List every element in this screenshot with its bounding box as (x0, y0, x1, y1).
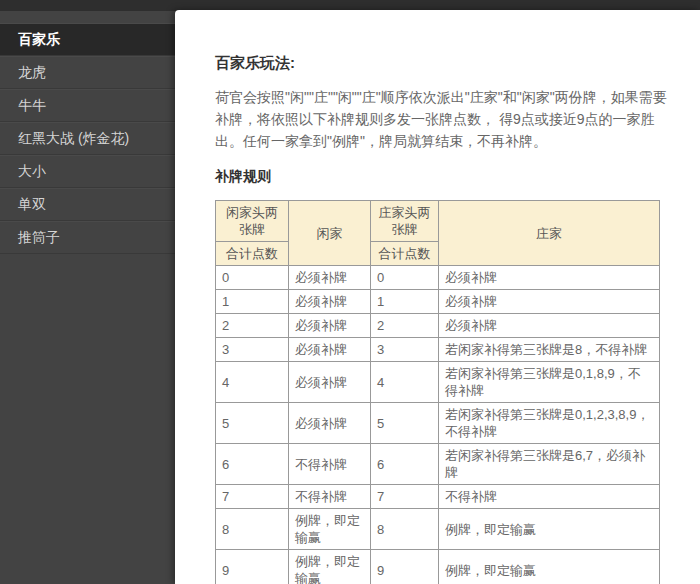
table-row: 5 必须补牌 5 若闲家补得第三张牌是0,1,2,3,8,9，不得补牌 (216, 403, 660, 444)
cell-banker-action: 例牌，即定输赢 (439, 550, 660, 584)
intro-paragraph: 荷官会按照"闲""庄""闲""庄"顺序依次派出"庄家"和"闲家"两份牌，如果需要… (215, 86, 667, 152)
table-row: 1 必须补牌 1 必须补牌 (216, 290, 660, 314)
cell-player-action: 例牌，即定输赢 (289, 550, 371, 584)
section-title: 补牌规则 (215, 168, 672, 186)
cell-player-action: 不得补牌 (289, 444, 371, 485)
cell-player-action: 不得补牌 (289, 485, 371, 509)
cell-player-total: 2 (216, 314, 289, 338)
table-row: 7 不得补牌 7 不得补牌 (216, 485, 660, 509)
cell-banker-action: 若闲家补得第三张牌是6,7，必须补牌 (439, 444, 660, 485)
cell-player-total: 8 (216, 509, 289, 550)
sidebar-item-longhu[interactable]: 龙虎 (0, 56, 175, 89)
cell-banker-action: 必须补牌 (439, 290, 660, 314)
cell-banker-action: 必须补牌 (439, 314, 660, 338)
cell-banker-total: 6 (371, 444, 439, 485)
cell-player-action: 例牌，即定输赢 (289, 509, 371, 550)
cell-banker-total: 4 (371, 362, 439, 403)
cell-banker-action: 必须补牌 (439, 266, 660, 290)
page-title: 百家乐玩法: (215, 54, 672, 73)
sidebar: 百家乐 龙虎 牛牛 红黑大战 (炸金花) 大小 单双 推筒子 (0, 11, 175, 254)
drawing-rules-table: 闲家头两张牌 闲家 庄家头两张牌 庄家 合计点数 合计点数 0 必须补牌 0 必… (215, 200, 660, 584)
cell-player-total: 4 (216, 362, 289, 403)
table-row: 4 必须补牌 4 若闲家补得第三张牌是0,1,8,9，不得补牌 (216, 362, 660, 403)
cell-player-action: 必须补牌 (289, 266, 371, 290)
cell-banker-total: 0 (371, 266, 439, 290)
header-banker-total: 合计点数 (371, 242, 439, 266)
sidebar-item-danshuang[interactable]: 单双 (0, 188, 175, 221)
cell-player-action: 必须补牌 (289, 403, 371, 444)
cell-banker-action: 若闲家补得第三张牌是0,1,8,9，不得补牌 (439, 362, 660, 403)
cell-player-total: 5 (216, 403, 289, 444)
table-row: 9 例牌，即定输赢 9 例牌，即定输赢 (216, 550, 660, 584)
content-panel: 百家乐玩法: 荷官会按照"闲""庄""闲""庄"顺序依次派出"庄家"和"闲家"两… (175, 10, 700, 584)
table-row: 6 不得补牌 6 若闲家补得第三张牌是6,7，必须补牌 (216, 444, 660, 485)
cell-player-total: 0 (216, 266, 289, 290)
header-player: 闲家 (289, 201, 371, 266)
cell-player-total: 7 (216, 485, 289, 509)
table-row: 8 例牌，即定输赢 8 例牌，即定输赢 (216, 509, 660, 550)
cell-banker-action: 例牌，即定输赢 (439, 509, 660, 550)
cell-banker-total: 8 (371, 509, 439, 550)
header-player-total: 合计点数 (216, 242, 289, 266)
cell-banker-action: 若闲家补得第三张牌是0,1,2,3,8,9，不得补牌 (439, 403, 660, 444)
cell-banker-total: 1 (371, 290, 439, 314)
cell-player-total: 1 (216, 290, 289, 314)
cell-banker-action: 不得补牌 (439, 485, 660, 509)
cell-player-action: 必须补牌 (289, 338, 371, 362)
table-row: 2 必须补牌 2 必须补牌 (216, 314, 660, 338)
sidebar-item-hongheidazhan[interactable]: 红黑大战 (炸金花) (0, 122, 175, 155)
cell-banker-total: 9 (371, 550, 439, 584)
sidebar-item-daxiao[interactable]: 大小 (0, 155, 175, 188)
cell-banker-total: 3 (371, 338, 439, 362)
cell-banker-action: 若闲家补得第三张牌是8，不得补牌 (439, 338, 660, 362)
sidebar-item-tuitongzi[interactable]: 推筒子 (0, 221, 175, 254)
cell-player-action: 必须补牌 (289, 362, 371, 403)
cell-banker-total: 5 (371, 403, 439, 444)
table-row: 0 必须补牌 0 必须补牌 (216, 266, 660, 290)
sidebar-item-baijiale[interactable]: 百家乐 (0, 23, 175, 56)
cell-player-action: 必须补牌 (289, 314, 371, 338)
header-banker-first-two-cards: 庄家头两张牌 (371, 201, 439, 242)
cell-banker-total: 2 (371, 314, 439, 338)
cell-banker-total: 7 (371, 485, 439, 509)
table-row: 3 必须补牌 3 若闲家补得第三张牌是8，不得补牌 (216, 338, 660, 362)
cell-player-total: 9 (216, 550, 289, 584)
cell-player-action: 必须补牌 (289, 290, 371, 314)
table-header-row: 闲家头两张牌 闲家 庄家头两张牌 庄家 (216, 201, 660, 242)
cell-player-total: 3 (216, 338, 289, 362)
cell-player-total: 6 (216, 444, 289, 485)
sidebar-item-niuniu[interactable]: 牛牛 (0, 89, 175, 122)
header-player-first-two-cards: 闲家头两张牌 (216, 201, 289, 242)
header-banker: 庄家 (439, 201, 660, 266)
